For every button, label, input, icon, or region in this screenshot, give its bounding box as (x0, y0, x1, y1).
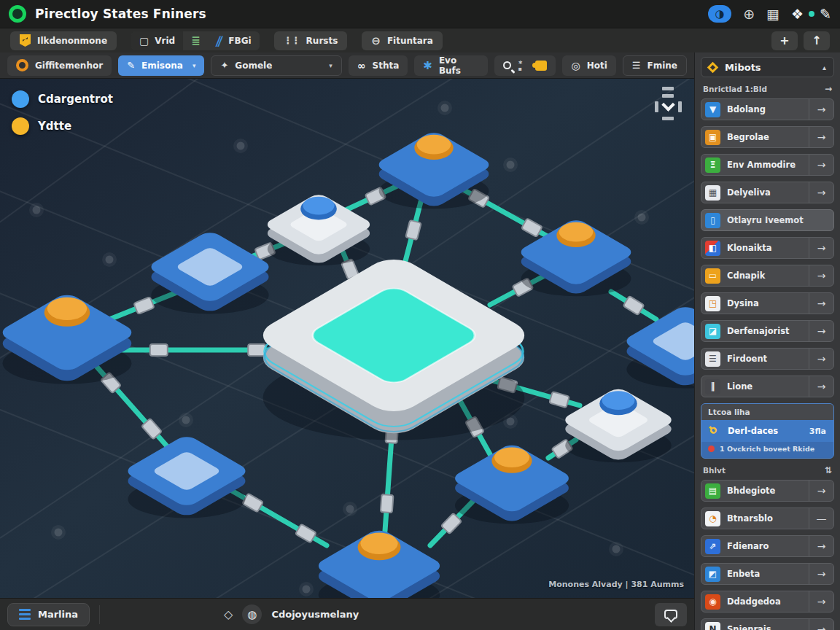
graph-node[interactable] (0, 292, 137, 384)
sidebar-item-label: Bdolang (727, 104, 809, 114)
shapes-icon[interactable]: ❖ (791, 7, 804, 21)
sidebar-item-label: Dysina (727, 298, 809, 308)
sidebar-item[interactable]: ◪ Derfenajorist → (701, 320, 834, 342)
diamond-icon[interactable]: ◇ (224, 607, 233, 621)
slashes-icon: ∥ (214, 34, 225, 47)
arrow-right-icon[interactable]: → (809, 321, 833, 341)
image-icon: ◪ (705, 324, 720, 339)
arrow-right-icon[interactable]: → (809, 99, 833, 120)
sidebar-item[interactable]: ▤ Bhdegiote → (701, 480, 834, 502)
sidebar-item[interactable]: ▣ Begrolae → (701, 126, 834, 148)
filters-button[interactable]: ⊖ Fituntara (362, 31, 443, 50)
selected-group-header: Ltcoa liha (701, 404, 833, 420)
graph-node[interactable] (313, 528, 445, 598)
orange-ring-icon (16, 59, 28, 71)
arrow-right-icon[interactable]: → (809, 155, 833, 175)
titlebar-actions: ◑ ⊕ ▦ ❖ ✎ (708, 5, 831, 23)
sidebar-item[interactable]: N Snienrais → (701, 618, 834, 630)
preset-dropdown[interactable]: ✦ Gomele ▾ (211, 55, 341, 76)
active-tool-button[interactable]: ✎ Emisona ▾ (118, 55, 204, 76)
graph-node[interactable] (122, 434, 250, 518)
right-sidebar: Mibots ▴ Bnrictlad 1:Bld → ▼ Bdolang → ▣… (694, 52, 840, 630)
frame-dropdown[interactable]: ☰ Fmine (623, 55, 687, 76)
effects-button[interactable]: ✱ Evo Bufs (414, 55, 488, 76)
sidebar-item[interactable]: ◉ Ddadgedoa → (701, 591, 834, 612)
status-dot-icon (809, 11, 814, 17)
mode-button[interactable]: Giffitemenhor (7, 55, 112, 76)
arrow-right-icon[interactable]: → (825, 84, 832, 94)
arrow-right-icon[interactable]: → (809, 376, 833, 397)
arrow-right-icon[interactable]: → (809, 564, 833, 584)
sidebar-item[interactable]: ▦ Delyeliva → (701, 182, 834, 203)
segment-grid-view[interactable]: ▢ Vrid (131, 31, 183, 50)
upload-button[interactable]: ↑ (804, 31, 830, 50)
graph-node[interactable] (146, 230, 273, 314)
arrow-right-icon[interactable]: → (809, 536, 833, 556)
activity-icon: ⇗ (705, 539, 720, 554)
arrow-right-icon[interactable]: — (809, 508, 833, 529)
sidebar-item[interactable]: ▼ Bdolang → (701, 98, 834, 120)
sidebar-item[interactable]: ⇗ Fdienaro → (701, 535, 834, 557)
compass-icon[interactable]: ◑ (708, 5, 731, 23)
puzzle-icon (535, 61, 547, 71)
arrow-right-icon[interactable]: → (809, 619, 833, 630)
graph-node[interactable] (561, 386, 676, 462)
selected-item[interactable]: ϙ Derl-daces 3fla (701, 420, 833, 442)
group-header-label: Otlayru Iveemot (727, 215, 833, 225)
view-button[interactable]: ∞ Sthta (349, 55, 408, 76)
sidebar-item[interactable]: ◧ Klonaikta → (701, 237, 834, 259)
sidebar-group-header[interactable]: ▯ Otlayru Iveemot (701, 209, 834, 231)
arrow-right-icon[interactable]: → (809, 127, 833, 147)
workspace-button[interactable]: Ilkdenonmone (10, 31, 117, 50)
pie-icon: ◔ (705, 511, 720, 526)
search-button[interactable]: ∗ ▪ (494, 55, 556, 76)
bottom-status-bar: Marlina ◇ ◍ Cdojoyusmelany (0, 598, 694, 630)
sidebar-item[interactable]: ▭ Cdnapik → (701, 265, 834, 287)
sidebar-item[interactable]: ‖ Lione → (701, 376, 834, 397)
add-button[interactable]: + (771, 31, 798, 50)
graph-node[interactable] (374, 130, 494, 209)
graph-node[interactable] (621, 304, 694, 388)
sidebar-item[interactable]: ◔ Btnarsblo — (701, 508, 834, 529)
sidebar-item[interactable]: ☰ Firdoent → (701, 348, 834, 370)
frame-icon: ◳ (705, 296, 720, 311)
segment-list-view[interactable]: ≣ (183, 31, 209, 50)
canvas-illustration (0, 79, 694, 598)
bar-chart-icon: ‖ (705, 379, 720, 394)
crosshair-icon[interactable]: ⊕ (743, 7, 755, 21)
rursts-button[interactable]: ⋮⋮ Rursts (274, 31, 348, 50)
network-button[interactable]: ◎ Hoti (562, 55, 615, 76)
title-bar: Pirectloy States Fniners ◑ ⊕ ▦ ❖ ✎ (0, 0, 840, 28)
pencil-icon[interactable]: ✎ (820, 7, 831, 21)
legend-label: Cdargentrot (38, 93, 113, 106)
arrow-right-icon[interactable]: → (809, 591, 833, 612)
segment-fbgi[interactable]: ∥ FBGi (209, 31, 260, 50)
legend-item: Cdargentrot (12, 90, 113, 108)
legend-dot-icon (12, 90, 29, 108)
arrow-right-icon[interactable]: → (809, 293, 833, 314)
layout-grid-icon[interactable]: ▦ (766, 7, 779, 21)
sidebar-item[interactable]: Ξ Env Ammodire → (701, 154, 834, 176)
node-graph-canvas[interactable]: Cdargentrot Ydtte Monones Alvady | 381 A… (0, 79, 694, 598)
layers-menu-button[interactable]: Marlina (7, 603, 90, 626)
arrow-right-icon[interactable]: → (809, 349, 833, 369)
sidebar-item[interactable]: ◳ Dysina → (701, 292, 834, 314)
sidebar-header-button[interactable]: Mibots ▴ (701, 57, 834, 77)
arrow-right-icon[interactable]: → (809, 182, 833, 203)
arrow-right-icon[interactable]: → (809, 238, 833, 258)
legend-label: Ydtte (38, 120, 71, 133)
graph-node[interactable] (252, 253, 536, 440)
window-icon: ▢ (139, 35, 149, 47)
orb-icon[interactable]: ◍ (242, 604, 262, 624)
arrow-right-icon[interactable]: → (809, 481, 833, 501)
collapse-caret-icon[interactable]: ▴ (822, 63, 826, 71)
pan-navigation-widget[interactable] (649, 85, 687, 130)
app-window: Pirectloy States Fniners ◑ ⊕ ▦ ❖ ✎ Ilkde… (0, 0, 840, 630)
sort-icon[interactable]: ⇅ (825, 465, 832, 475)
n-icon: N (705, 622, 720, 630)
sidebar-item[interactable]: ◩ Enbeta → (701, 563, 834, 585)
arrow-right-icon[interactable]: → (809, 265, 833, 286)
chat-button[interactable] (655, 603, 687, 626)
network-label: Hoti (587, 61, 607, 71)
sidebar-item-label: Cdnapik (727, 271, 809, 281)
